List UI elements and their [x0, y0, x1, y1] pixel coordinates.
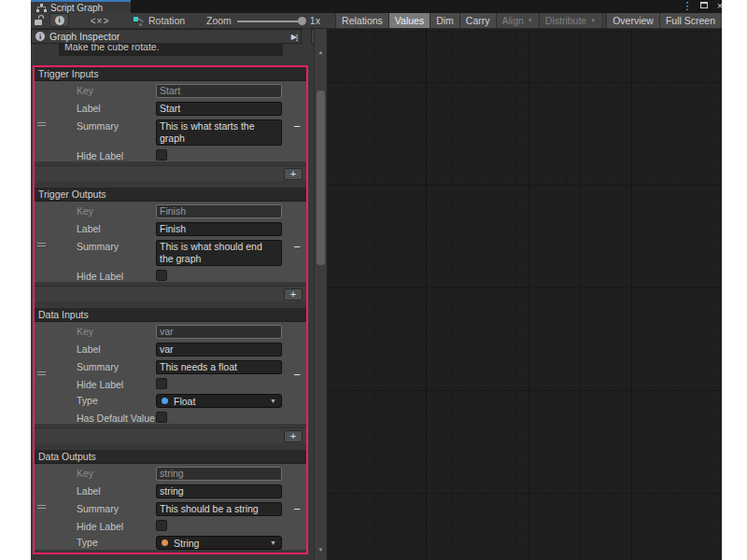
remove-port-button[interactable]: −: [290, 502, 303, 516]
hide-label-row: Hide Label: [35, 270, 306, 282]
graph-inspector-header: i Graph Inspector ▶]: [31, 29, 302, 44]
float-type-icon: [162, 398, 168, 404]
carry-button[interactable]: Carry: [459, 13, 496, 28]
zoom-label: Zoom: [206, 15, 232, 26]
summary-row: Summary This is what should end the grap…: [35, 240, 306, 266]
connection-values-button[interactable]: <×>: [85, 13, 115, 28]
label-row: Label Finish: [35, 222, 306, 236]
zoom-value: 1x: [310, 15, 320, 26]
key-input: var: [156, 325, 282, 339]
section-header[interactable]: Data Outputs: [35, 450, 306, 464]
section-header[interactable]: Trigger Outputs: [35, 188, 306, 202]
key-input: Start: [156, 84, 282, 98]
label-row: Label string: [35, 484, 306, 498]
graph-toolbar: i <×> Rotation Zoom 1x Relations Values …: [31, 13, 722, 29]
add-row: +: [35, 165, 306, 181]
label-input[interactable]: var: [156, 343, 282, 357]
add-row: +: [35, 286, 306, 301]
graph-summary-field[interactable]: Make the cube rotate.: [59, 44, 283, 56]
graph-inspector-pane: i Graph Inspector ▶] ▲▼ Make the cube ro…: [31, 29, 327, 560]
rotation-mode[interactable]: Rotation: [134, 13, 185, 28]
section-header[interactable]: Trigger Inputs: [35, 67, 306, 81]
dim-button[interactable]: Dim: [430, 13, 459, 28]
label-row: Label var: [35, 343, 306, 357]
string-type-icon: [162, 539, 168, 546]
reorder-handle-icon[interactable]: [37, 122, 46, 126]
scrollbar-thumb[interactable]: [317, 91, 325, 265]
summary-row: Summary This should be a string: [35, 502, 306, 516]
chevron-down-icon: ▼: [590, 18, 596, 23]
hide-label-checkbox[interactable]: [156, 378, 167, 389]
add-port-button[interactable]: +: [284, 168, 303, 180]
tab-script-graph[interactable]: Script Graph: [31, 0, 131, 13]
hide-label-checkbox[interactable]: [156, 520, 167, 531]
graph-icon: [36, 4, 47, 12]
close-icon[interactable]: ×: [713, 0, 722, 12]
zoom-slider[interactable]: [237, 16, 304, 25]
inspector-scrollbar[interactable]: ▲ ▼: [314, 29, 326, 560]
ports-highlight-region: Trigger Inputs Key Start Label Start Sum…: [33, 65, 308, 554]
key-row: Key Finish: [35, 204, 306, 218]
add-port-button[interactable]: +: [284, 288, 303, 301]
chevron-down-icon: ▼: [528, 18, 533, 23]
summary-input[interactable]: This is what starts the graph: [156, 119, 282, 146]
section-trigger-outputs: Trigger Outputs Key Finish Label Finish …: [35, 188, 306, 308]
zoom-control: Zoom 1x: [206, 13, 320, 28]
summary-input[interactable]: This is what should end the graph: [156, 240, 282, 266]
chevron-down-icon: ▼: [270, 539, 276, 546]
relations-button[interactable]: Relations: [335, 13, 388, 28]
key-row: Key Start: [35, 84, 306, 98]
fullscreen-button[interactable]: Full Screen: [659, 13, 721, 28]
has-default-row: Has Default Value: [35, 412, 306, 424]
hide-label-row: Hide Label: [35, 378, 306, 390]
distribute-dropdown[interactable]: Distribute▼: [539, 13, 601, 28]
rotation-icon: [134, 16, 144, 26]
summary-row: Summary This is what starts the graph: [35, 119, 306, 146]
remove-port-button[interactable]: −: [290, 368, 303, 382]
label-input[interactable]: string: [156, 484, 282, 498]
reorder-handle-icon[interactable]: [37, 371, 46, 375]
tab-title: Script Graph: [50, 3, 103, 13]
inspector-toggle-button[interactable]: i: [49, 13, 69, 27]
add-port-button[interactable]: +: [284, 430, 303, 442]
section-data-outputs: Data Outputs Key string Label string Sum…: [35, 450, 306, 550]
remove-port-button[interactable]: −: [290, 119, 303, 133]
label-input[interactable]: Finish: [156, 222, 282, 236]
remove-port-button[interactable]: −: [290, 240, 303, 254]
key-row: Key string: [35, 467, 306, 481]
info-icon: i: [35, 32, 45, 41]
maximize-icon[interactable]: [698, 0, 711, 12]
summary-input[interactable]: This should be a string: [156, 502, 282, 516]
section-header[interactable]: Data Inputs: [35, 308, 306, 322]
summary-row: Summary This needs a float: [35, 360, 306, 374]
reorder-handle-icon[interactable]: [37, 243, 46, 246]
type-dropdown[interactable]: Float ▼: [156, 394, 282, 408]
summary-input[interactable]: This needs a float: [156, 360, 282, 374]
reorder-handle-icon[interactable]: [37, 505, 46, 509]
key-input: Finish: [156, 204, 282, 218]
toolbar-button-row: Relations Values Dim Carry Align▼ Distri…: [335, 13, 721, 28]
hide-label-row: Hide Label: [35, 149, 306, 161]
overview-button[interactable]: Overview: [606, 13, 659, 28]
key-row: Key var: [35, 325, 306, 339]
chevron-down-icon: ▼: [270, 398, 276, 404]
hide-label-checkbox[interactable]: [156, 149, 167, 161]
panel-collapse-icon[interactable]: ▶]: [291, 33, 297, 41]
values-button[interactable]: Values: [388, 13, 430, 28]
align-dropdown[interactable]: Align▼: [496, 13, 539, 28]
has-default-checkbox[interactable]: [156, 412, 167, 423]
lock-icon[interactable]: [35, 13, 48, 28]
label-input[interactable]: Start: [156, 102, 282, 116]
hide-label-checkbox[interactable]: [156, 270, 167, 281]
scroll-up-icon[interactable]: ▲: [315, 49, 327, 55]
scroll-down-icon[interactable]: ▼: [315, 547, 327, 553]
rotation-label: Rotation: [148, 15, 185, 26]
inspector-title: Graph Inspector: [49, 31, 120, 42]
section-trigger-inputs: Trigger Inputs Key Start Label Start Sum…: [35, 67, 306, 188]
graph-canvas[interactable]: [327, 29, 722, 560]
type-dropdown[interactable]: String ▼: [156, 536, 282, 550]
info-icon: i: [55, 16, 64, 25]
key-input: string: [156, 467, 282, 481]
window-menu-icon[interactable]: ⋮: [681, 0, 694, 12]
zoom-slider-knob[interactable]: [298, 17, 306, 25]
